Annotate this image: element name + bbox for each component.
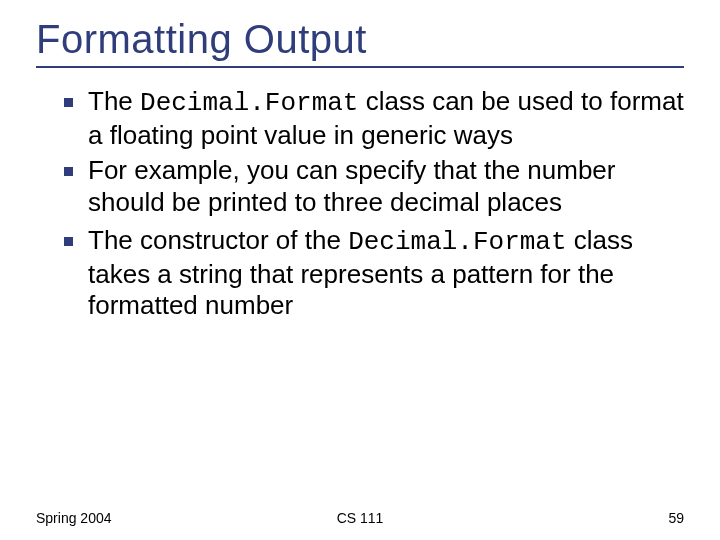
bullet-item: The constructor of the Decimal.Format cl… bbox=[64, 225, 684, 322]
slide-footer: Spring 2004 CS 111 59 bbox=[0, 510, 720, 526]
slide-title: Formatting Output bbox=[36, 18, 684, 60]
footer-left: Spring 2004 bbox=[36, 510, 112, 526]
bullet-text-pre: For example, you can specify that the nu… bbox=[88, 155, 616, 217]
bullet-list: The Decimal.Format class can be used to … bbox=[36, 86, 684, 322]
bullet-item: For example, you can specify that the nu… bbox=[64, 155, 684, 220]
code-span: Decimal.Format bbox=[140, 88, 358, 118]
slide: Formatting Output The Decimal.Format cla… bbox=[0, 0, 720, 540]
code-span: Decimal.Format bbox=[348, 227, 566, 257]
bullet-item: The Decimal.Format class can be used to … bbox=[64, 86, 684, 151]
footer-right: 59 bbox=[668, 510, 684, 526]
footer-center: CS 111 bbox=[337, 510, 384, 526]
bullet-text-pre: The constructor of the bbox=[88, 225, 348, 255]
title-rule bbox=[36, 66, 684, 68]
bullet-text-pre: The bbox=[88, 86, 140, 116]
